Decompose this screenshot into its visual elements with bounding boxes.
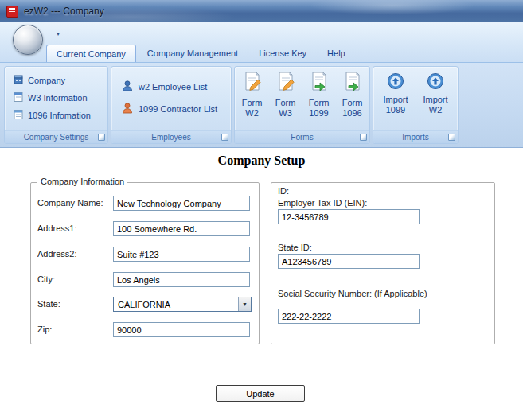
ribbon-item-w2-employee-list[interactable]: w2 Employee List [118,78,210,95]
form-edit-icon [242,71,263,95]
state-select-value: CALIFORNIA [118,300,170,309]
tab-company-management[interactable]: Company Management [138,45,248,62]
imports-button-row: Import 1099 Import W2 [373,68,458,115]
state-id-label: State ID: [278,243,312,252]
group-label-forms: Forms [235,130,369,143]
group-label-employees: Employees [111,130,231,143]
app-icon [6,6,18,18]
tab-license-key[interactable]: License Key [249,45,316,62]
city-label: City: [37,274,55,284]
ribbon-item-w3-information[interactable]: W3 Information [10,91,91,105]
group-forms: Form W2 Form W3 Form 1099 [234,66,370,144]
address1-input[interactable] [113,221,250,236]
ribbon-item-label: 1096 Infomation [28,111,91,120]
form-edit-icon [275,71,296,95]
page-title: Company Setup [0,154,523,168]
ribbon-item-label: W2 [429,105,443,115]
quick-access-dropdown-icon[interactable]: ▾ [53,27,64,38]
company-setup-panel: Company Setup Company Information Compan… [0,149,523,420]
form-w2-button[interactable]: Form W2 [236,68,268,119]
address1-label: Address1: [37,224,77,233]
state-select[interactable]: CALIFORNIA ▼ [113,297,252,312]
form-arrow-icon [342,71,363,95]
import-circle-arrow-icon [387,72,404,92]
city-input[interactable] [113,272,250,287]
app-window: ezW2 --- Company ▾ Current Company Compa… [0,0,523,420]
ssn-label: Social Security Number: (If Applicable) [278,289,427,298]
form-1096-document-icon [13,109,24,122]
group-label-company-settings: Company Settings [5,130,107,143]
groupbox-legend: Company Information [37,177,127,186]
ribbon-item-label: 1096 [342,108,361,119]
ssn-input[interactable] [278,309,420,324]
ribbon-item-label: Import [383,95,408,105]
dialog-launcher-icon[interactable] [360,134,367,141]
window-title: ezW2 --- Company [24,6,104,17]
contractor-person-icon [121,102,134,116]
ribbon-item-label: Form [309,98,330,108]
ribbon: Company W3 Information 1096 Infomation C… [0,62,523,148]
tab-help[interactable]: Help [318,45,355,62]
zip-label: Zip: [37,325,52,334]
form-1099-button[interactable]: Form 1099 [303,68,335,119]
ribbon-item-label: 1099 [309,108,328,119]
ribbon-header: ▾ Current Company Company Management Lic… [0,22,523,62]
ribbon-item-1099-contractor-list[interactable]: 1099 Contractor List [118,100,221,118]
ribbon-item-label: Company [28,76,65,85]
ribbon-item-label: 1099 Contractor List [139,104,217,114]
ribbon-item-label: Form [275,98,296,108]
import-circle-arrow-icon [427,72,444,92]
dialog-launcher-icon[interactable] [221,134,228,141]
ribbon-item-label: Form [342,98,363,108]
form-1096-button[interactable]: Form 1096 [337,68,369,119]
zip-input[interactable] [113,322,250,337]
ribbon-item-company[interactable]: Company [10,73,68,88]
forms-button-row: Form W2 Form W3 Form 1099 [235,68,369,119]
ribbon-item-label: w2 Employee List [139,82,207,91]
chevron-down-icon[interactable]: ▼ [238,298,251,311]
ribbon-item-label: W3 Information [28,93,88,103]
import-1099-button[interactable]: Import 1099 [377,68,415,115]
title-bar[interactable]: ezW2 --- Company [0,0,523,22]
ribbon-item-label: Form [242,98,263,108]
w3-document-icon [13,91,24,104]
ein-input[interactable] [278,209,420,224]
tab-current-company[interactable]: Current Company [46,45,136,62]
dialog-launcher-icon[interactable] [448,134,455,141]
import-w2-button[interactable]: Import W2 [416,68,455,115]
id-groupbox: ID: Employer Tax ID (EIN): State ID: Soc… [271,182,495,344]
ribbon-tabs: Current Company Company Management Licen… [46,45,355,62]
state-id-input[interactable] [278,254,420,269]
ribbon-item-1096-information[interactable]: 1096 Infomation [10,108,94,122]
company-icon [13,74,24,87]
address2-input[interactable] [113,247,250,262]
group-label-imports: Imports [373,130,458,143]
group-imports: Import 1099 Import W2 Imports [373,66,459,144]
address2-label: Address2: [37,249,77,259]
company-information-groupbox: Company Information Company Name: Addres… [30,182,260,344]
group-employees: w2 Employee List 1099 Contractor List Em… [111,66,232,144]
group-company-settings: Company W3 Information 1096 Infomation C… [4,66,108,144]
form-w3-button[interactable]: Form W3 [270,68,302,119]
ribbon-item-label: Import [423,95,447,105]
state-label: State: [37,299,60,309]
company-name-input[interactable] [113,196,250,211]
ribbon-item-label: W2 [245,108,259,119]
dialog-launcher-icon[interactable] [98,134,105,141]
application-orb-button[interactable] [13,25,43,55]
id-heading: ID: [278,186,289,196]
form-arrow-icon [309,71,330,95]
ribbon-item-label: 1099 [386,105,405,115]
ribbon-item-label: W3 [279,108,292,119]
company-name-label: Company Name: [37,198,103,208]
ein-label: Employer Tax ID (EIN): [278,198,367,208]
update-button[interactable]: Update [216,385,305,402]
employee-person-icon [121,80,134,94]
